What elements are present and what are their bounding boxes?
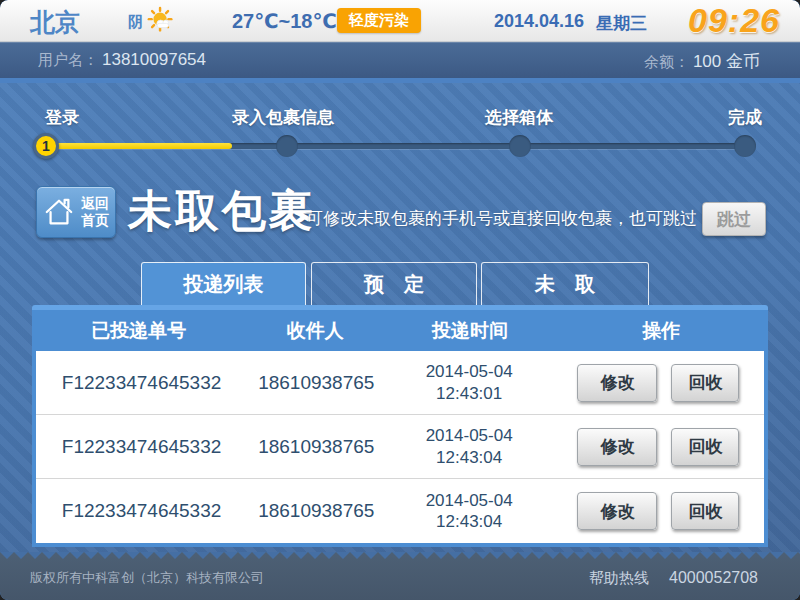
balance-label: 余额： [644,53,689,70]
table-row: F12233474645332 18610938765 2014-05-0412… [36,351,764,415]
step-dot-3 [509,135,531,157]
delivery-time: 2014-05-0412:43:04 [385,425,552,468]
delivery-time: 2014-05-0412:43:04 [385,490,552,533]
temperature-range: 27℃~18℃ [232,9,337,33]
step-label-select-box: 选择箱体 [485,106,553,129]
row-actions: 修改 回收 [553,364,764,402]
recipient-phone: 18610938765 [247,372,385,394]
col-header-tracking: 已投递单号 [32,318,245,344]
main-area: 登录 录入包裹信息 选择箱体 完成 1 返回首页 未取包裹 可修改未取包裹的手机… [0,83,800,552]
kiosk-screen: 北京 阴 27℃~18℃ 轻度污染 2014.04.16 星期三 09:26 [0,0,800,600]
balance-value: 100 金币 [693,52,760,71]
skip-button[interactable]: 跳过 [702,202,766,236]
username-label: 用户名： [38,51,98,68]
tab-delivery-list[interactable]: 投递列表 [141,262,306,306]
city-label: 北京 [30,6,80,39]
tracking-no: F12233474645332 [36,436,247,458]
step-label-login: 登录 [45,106,79,129]
col-header-actions: 操作 [555,318,768,344]
table-header-row: 已投递单号 收件人 投递时间 操作 [32,310,768,351]
modify-button[interactable]: 修改 [577,428,657,466]
step-label-enter-info: 录入包裹信息 [232,106,334,129]
step-dot-2 [276,135,298,157]
recycle-button[interactable]: 回收 [671,364,739,402]
recipient-phone: 18610938765 [247,500,385,522]
modify-button[interactable]: 修改 [577,492,657,530]
back-home-label: 返回首页 [81,195,109,229]
help-hotline: 帮助热线4000052708 [589,569,758,588]
weather-condition: 阴 [128,13,143,32]
modify-button[interactable]: 修改 [577,364,657,402]
tracking-no: F12233474645332 [36,500,247,522]
tracking-no: F12233474645332 [36,372,247,394]
weekday-label: 星期三 [596,12,647,35]
air-quality-badge: 轻度污染 [337,8,421,33]
recipient-phone: 18610938765 [247,436,385,458]
user-bar: 用户名：13810097654 余额：100 金币 [0,42,800,78]
page-title: 未取包裹 [128,182,316,241]
recycle-button[interactable]: 回收 [671,428,739,466]
help-hotline-number: 4000052708 [669,569,758,586]
row-actions: 修改 回收 [553,492,764,530]
zigzag-edge [0,552,800,560]
col-header-recipient: 收件人 [245,318,385,344]
username-value: 13810097654 [102,50,206,69]
page-subtitle: 可修改未取包裹的手机号或直接回收包裹，也可跳过 [306,207,697,230]
tab-not-taken[interactable]: 未 取 [481,262,649,306]
row-actions: 修改 回收 [553,428,764,466]
recycle-button[interactable]: 回收 [671,492,739,530]
step-dot-4 [734,135,756,157]
table-row: F12233474645332 18610938765 2014-05-0412… [36,479,764,543]
clock: 09:26 [688,1,780,40]
footer: 版权所有中科富创（北京）科技有限公司 帮助热线4000052708 [0,552,800,600]
table-row: F12233474645332 18610938765 2014-05-0412… [36,415,764,479]
home-icon [43,197,75,227]
tab-reserved[interactable]: 预 定 [311,262,477,306]
step-label-finish: 完成 [728,106,762,129]
table-body: F12233474645332 18610938765 2014-05-0412… [32,351,768,547]
packages-table: 已投递单号 收件人 投递时间 操作 F12233474645332 186109… [32,305,768,547]
copyright-text: 版权所有中科富创（北京）科技有限公司 [30,569,264,587]
help-hotline-label: 帮助热线 [589,569,649,586]
back-home-button[interactable]: 返回首页 [36,186,116,238]
top-status-bar: 北京 阴 27℃~18℃ 轻度污染 2014.04.16 星期三 09:26 [0,0,800,42]
col-header-time: 投递时间 [385,318,554,344]
sun-cloud-icon [146,6,176,36]
username-field: 用户名：13810097654 [38,50,206,70]
divider-strip [0,78,800,83]
step-dot-1-active: 1 [33,133,59,159]
date-label: 2014.04.16 [494,11,584,32]
balance-field: 余额：100 金币 [644,50,760,73]
progress-track-active [44,143,232,149]
delivery-time: 2014-05-0412:43:01 [385,361,552,404]
